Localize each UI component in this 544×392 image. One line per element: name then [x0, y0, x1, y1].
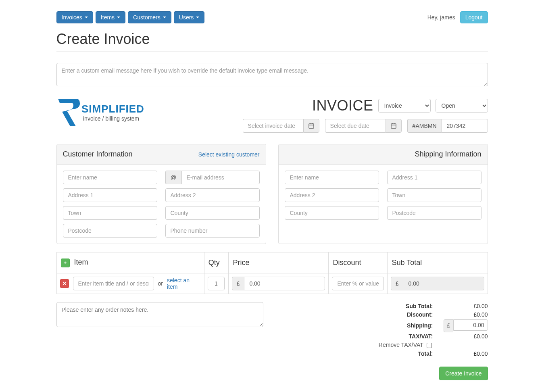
subtotal-value: £0.00: [436, 302, 488, 311]
shipping-amount-input[interactable]: [453, 319, 488, 331]
calendar-icon[interactable]: [303, 119, 319, 133]
nav-items[interactable]: Items: [96, 11, 125, 23]
email-message-input[interactable]: [56, 63, 488, 86]
customer-address1-input[interactable]: [63, 188, 157, 202]
logout-button[interactable]: Logout: [460, 11, 488, 23]
discount-value: £0.00: [436, 311, 488, 319]
at-icon: @: [165, 171, 181, 184]
due-date-input[interactable]: [325, 119, 386, 133]
currency-icon: £: [232, 277, 244, 290]
table-row: ✕ or select an item £ £: [56, 273, 488, 294]
remove-tax-checkbox[interactable]: [427, 343, 432, 348]
svg-rect-6: [391, 124, 396, 128]
customer-phone-input[interactable]: [165, 224, 260, 238]
customer-address2-input[interactable]: [165, 188, 260, 202]
invoice-type-select[interactable]: Invoice: [378, 99, 431, 113]
page-title: Create Invoice: [56, 31, 488, 52]
or-text: or: [158, 280, 163, 287]
customer-name-input[interactable]: [63, 171, 157, 184]
customer-county-input[interactable]: [165, 206, 260, 220]
qty-header: Qty: [204, 252, 229, 273]
shipping-town-input[interactable]: [387, 188, 481, 202]
tax-value: £0.00: [436, 332, 488, 341]
customer-email-input[interactable]: [181, 171, 260, 184]
shipping-address1-input[interactable]: [387, 171, 481, 184]
remove-tax-label: Remove TAX/VAT: [379, 342, 423, 348]
discount-label: Discount:: [275, 311, 435, 319]
nav-customers[interactable]: Customers: [128, 11, 171, 23]
shipping-postcode-input[interactable]: [387, 206, 481, 220]
shipping-county-input[interactable]: [285, 206, 379, 220]
total-value: £0.00: [436, 350, 488, 359]
line-subtotal: [403, 277, 484, 290]
greeting: Hey, james: [427, 14, 455, 21]
select-item-link[interactable]: select an item: [167, 277, 201, 290]
customer-postcode-input[interactable]: [63, 224, 157, 238]
invoice-prefix: #AMBMN: [407, 119, 442, 133]
subtotal-header: Sub Total: [388, 252, 488, 273]
svg-text:SIMPLIFIED: SIMPLIFIED: [81, 103, 144, 115]
customer-panel-title: Customer Information: [63, 150, 133, 158]
create-invoice-button[interactable]: Create Invoice: [439, 367, 488, 380]
invoice-date-input[interactable]: [243, 119, 303, 133]
customer-panel: Customer Information Select existing cus…: [56, 144, 266, 244]
discount-input[interactable]: [332, 277, 384, 290]
invoice-number-input[interactable]: [442, 119, 488, 133]
calendar-icon[interactable]: [386, 119, 402, 133]
shipping-label: Shipping:: [275, 321, 435, 330]
customer-town-input[interactable]: [63, 206, 157, 220]
discount-header: Discount: [329, 252, 388, 273]
currency-icon: £: [391, 277, 403, 290]
select-existing-customer-link[interactable]: Select existing customer: [198, 151, 260, 158]
caret-icon: [117, 17, 120, 18]
total-label: Total:: [275, 350, 435, 359]
order-notes-input[interactable]: [56, 302, 264, 327]
items-table: + Item Qty Price Discount Sub Total ✕ or…: [56, 252, 488, 294]
svg-rect-2: [309, 124, 314, 128]
caret-icon: [85, 17, 88, 18]
add-item-button[interactable]: +: [61, 259, 70, 267]
shipping-address2-input[interactable]: [285, 188, 379, 202]
price-input[interactable]: [244, 277, 325, 290]
remove-item-button[interactable]: ✕: [60, 279, 69, 288]
item-header: Item: [74, 258, 88, 266]
logo: SIMPLIFIED invoice / billing system: [56, 97, 153, 133]
caret-icon: [196, 17, 199, 18]
item-title-input[interactable]: [73, 277, 154, 290]
shipping-panel: Shipping Information: [278, 144, 488, 244]
nav-users[interactable]: Users: [174, 11, 205, 23]
tax-label: TAX/VAT:: [275, 332, 435, 341]
invoice-status-select[interactable]: Open: [436, 99, 488, 113]
price-header: Price: [229, 252, 329, 273]
nav-invoices[interactable]: Invoices: [56, 11, 93, 23]
svg-text:invoice / billing system: invoice / billing system: [83, 115, 139, 122]
caret-icon: [163, 17, 166, 18]
shipping-panel-title: Shipping Information: [415, 150, 481, 158]
invoice-heading: INVOICE: [312, 97, 373, 114]
shipping-name-input[interactable]: [285, 171, 379, 184]
subtotal-label: Sub Total:: [275, 302, 435, 311]
qty-input[interactable]: [208, 277, 225, 290]
currency-icon: £: [444, 319, 454, 332]
